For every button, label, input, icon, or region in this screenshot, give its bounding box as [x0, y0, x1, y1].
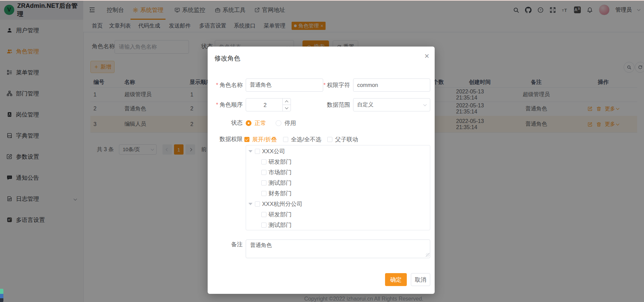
tree-node-branch-company[interactable]: XXX杭州分公司	[246, 199, 430, 209]
checkbox-icon	[327, 137, 332, 142]
checkbox-icon	[283, 137, 288, 142]
tree-node-dept[interactable]: 测试部门	[246, 178, 430, 188]
dialog-title: 修改角色	[214, 54, 240, 63]
app-window: V ZRAdmin.NET后台管理 控制台 系统管理 系统监控 系统工具 官网地…	[0, 0, 644, 302]
corner-widget	[0, 289, 3, 302]
data-permission-label: 数据权限	[208, 133, 243, 145]
role-order-input[interactable]	[246, 99, 284, 112]
data-scope-label: 数据范围	[315, 98, 350, 111]
data-scope-value: 自定义	[357, 101, 424, 108]
tree-node-label: 研发部门	[268, 158, 292, 166]
radio-selected-icon	[246, 120, 251, 126]
checkbox-checked-icon	[244, 137, 249, 142]
status-radio-disabled[interactable]: 停用	[276, 117, 296, 129]
edit-role-dialog: 修改角色 × 角色名称 权限字符 角色顺序 数据范围 自定义 状态 正常 停用	[208, 47, 435, 294]
remark-textarea[interactable]: 普通角色	[246, 239, 430, 258]
tree-node-dept[interactable]: 市场部门	[246, 167, 430, 178]
tree-node-dept[interactable]: 测试部门	[246, 220, 430, 230]
remark-label: 备注	[208, 238, 243, 251]
tree-node-label: 市场部门	[268, 168, 292, 176]
role-key-label: 权限字符	[315, 78, 350, 92]
role-order-stepper	[246, 98, 291, 111]
checkbox-icon[interactable]	[255, 149, 260, 154]
checkbox-label: 父子联动	[335, 136, 358, 143]
window-top-edge	[0, 0, 644, 1]
tree-node-label: 测试部门	[268, 221, 292, 229]
checkbox-icon[interactable]	[261, 180, 266, 185]
tree-node-dept[interactable]: 财务部门	[246, 188, 430, 199]
select-all-checkbox[interactable]: 全选/全不选	[283, 133, 321, 145]
tree-node-label: 财务部门	[268, 190, 292, 197]
stepper-increase-button[interactable]	[282, 99, 291, 105]
radio-unselected-icon	[276, 120, 281, 126]
tree-node-label: XXX杭州分公司	[262, 200, 302, 208]
tree-node-label: 研发部门	[268, 211, 292, 218]
checkbox-icon[interactable]	[261, 170, 266, 175]
close-icon[interactable]: ×	[424, 52, 429, 60]
checkbox-label: 展开/折叠	[252, 136, 277, 143]
expand-collapse-checkbox[interactable]: 展开/折叠	[244, 133, 277, 145]
role-name-input[interactable]	[246, 78, 323, 92]
tree-expand-icon[interactable]	[248, 203, 253, 205]
checkbox-icon[interactable]	[261, 212, 266, 217]
tree-node-label: XXX公司	[262, 147, 285, 155]
permission-tree: XXX公司 研发部门 市场部门 测试部门 财务部门 XXX杭州分公司	[246, 145, 430, 230]
tree-node-dept[interactable]: 研发部门	[246, 209, 430, 220]
status-label: 状态	[208, 117, 243, 129]
checkbox-icon[interactable]	[261, 223, 266, 228]
radio-label: 正常	[255, 119, 266, 127]
checkbox-label: 全选/全不选	[291, 136, 321, 143]
tree-expand-icon[interactable]	[248, 150, 253, 153]
tree-node-dept[interactable]: 研发部门	[246, 157, 430, 167]
data-scope-select[interactable]: 自定义	[353, 98, 430, 111]
select-chevron-down-icon	[423, 103, 427, 106]
checkbox-icon[interactable]	[255, 201, 260, 207]
stepper-decrease-button[interactable]	[282, 105, 291, 111]
role-key-input[interactable]	[353, 78, 430, 92]
parent-child-link-checkbox[interactable]: 父子联动	[327, 133, 358, 145]
confirm-button[interactable]: 确定	[385, 273, 407, 286]
cancel-button[interactable]: 取消	[411, 273, 430, 286]
checkbox-icon[interactable]	[261, 159, 266, 164]
tree-node-label: 测试部门	[268, 179, 292, 187]
role-name-label: 角色名称	[208, 78, 243, 92]
radio-label: 停用	[284, 119, 296, 127]
role-order-label: 角色顺序	[208, 98, 243, 111]
status-radio-normal[interactable]: 正常	[246, 117, 266, 129]
tree-node-company[interactable]: XXX公司	[246, 146, 430, 157]
checkbox-icon[interactable]	[261, 191, 266, 196]
